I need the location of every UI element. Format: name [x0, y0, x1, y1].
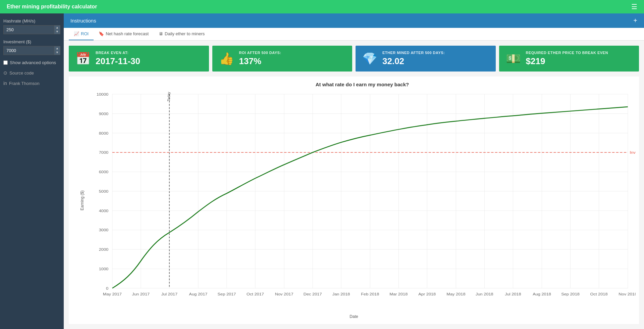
author-label: Frank Thomson: [9, 81, 40, 86]
investment-up-button[interactable]: ▲: [54, 46, 60, 51]
svg-text:7000: 7000: [99, 150, 109, 155]
instructions-label: Instructions: [70, 18, 96, 23]
diamond-icon: 💎: [362, 52, 377, 66]
hashrate-spinners: ▲ ▼: [54, 25, 60, 34]
hashrate-input[interactable]: [3, 25, 54, 34]
breakeven-label: BREAK EVEN AT:: [96, 51, 140, 55]
daily-tab-icon: 🖥: [159, 31, 163, 36]
investment-label: Investment ($): [3, 39, 60, 44]
money-icon: 💵: [506, 52, 521, 66]
required-price-value: $219: [526, 56, 608, 66]
svg-text:Today: Today: [167, 92, 171, 101]
source-code-label: Source code: [9, 70, 34, 76]
investment-input[interactable]: [3, 46, 54, 55]
svg-text:3000: 3000: [99, 228, 109, 232]
source-code-link[interactable]: ⊙ Source code: [3, 70, 60, 76]
main-layout: Hashrate (MH/s) ▲ ▼ Investment ($) ▲ ▼: [0, 13, 644, 329]
stat-breakeven: 📅 BREAK EVEN AT: 2017-11-30: [69, 46, 209, 72]
advanced-options-toggle[interactable]: Show advanced options: [3, 60, 60, 65]
chart-svg: .grid-line { stroke: #ddd; stroke-width:…: [89, 91, 636, 306]
chart-title: At what rate do I earn my money back?: [89, 82, 636, 87]
svg-text:Oct 2018: Oct 2018: [590, 292, 608, 296]
author-link[interactable]: in Frank Thomson: [3, 81, 60, 86]
investment-down-button[interactable]: ▼: [54, 51, 60, 55]
advanced-options-label: Show advanced options: [10, 60, 56, 65]
svg-text:8000: 8000: [99, 131, 109, 135]
instructions-bar: Instructions +: [64, 13, 644, 28]
breakeven-value: 2017-11-30: [96, 56, 140, 66]
hashrate-field: Hashrate (MH/s) ▲ ▼: [3, 18, 60, 34]
svg-text:6000: 6000: [99, 170, 109, 174]
ether-mined-label: ETHER MINED AFTER 500 DAYS:: [382, 51, 445, 55]
stats-row: 📅 BREAK EVEN AT: 2017-11-30 👍 ROI AFTER …: [64, 41, 644, 77]
svg-text:Nov 2017: Nov 2017: [275, 292, 293, 296]
svg-text:Aug 2017: Aug 2017: [189, 292, 208, 296]
y-axis-label: Earning ($): [80, 190, 85, 210]
hamburger-icon[interactable]: ☰: [631, 3, 637, 11]
nethash-tab-label: Net hash rate forecast: [106, 31, 149, 36]
investment-spinners: ▲ ▼: [54, 46, 60, 55]
chart-container: At what rate do I earn my money back? Ea…: [69, 77, 639, 324]
hashrate-label: Hashrate (MH/s): [3, 18, 60, 23]
sidebar: Hashrate (MH/s) ▲ ▼ Investment ($) ▲ ▼: [0, 13, 64, 329]
svg-text:9000: 9000: [99, 111, 109, 116]
source-code-icon: ⊙: [3, 70, 7, 76]
svg-text:10000: 10000: [97, 92, 109, 96]
investment-field: Investment ($) ▲ ▼: [3, 39, 60, 55]
nethash-tab-icon: 🔖: [99, 31, 104, 36]
top-bar: Ether mining profitability calculator ☰: [0, 0, 644, 13]
investment-input-wrapper: ▲ ▼: [3, 46, 60, 55]
thumbsup-icon: 👍: [219, 52, 234, 66]
content-area: Instructions + 📈 ROI 🔖 Net hash rate for…: [64, 13, 644, 329]
svg-text:Mar 2018: Mar 2018: [389, 292, 408, 296]
hashrate-down-button[interactable]: ▼: [54, 30, 60, 34]
stat-roi: 👍 ROI AFTER 500 DAYS: 137%: [212, 46, 353, 72]
tabs-container: 📈 ROI 🔖 Net hash rate forecast 🖥 Daily e…: [64, 28, 644, 41]
required-price-label: REQUIRED ETHER PRICE TO BREAK EVEN: [526, 51, 608, 55]
roi-tab-icon: 📈: [74, 31, 79, 36]
hashrate-input-wrapper: ▲ ▼: [3, 25, 60, 34]
tab-roi[interactable]: 📈 ROI: [69, 28, 94, 40]
svg-text:Nov 2018: Nov 2018: [619, 292, 636, 296]
instructions-expand-button[interactable]: +: [633, 17, 637, 25]
svg-text:Jul 2018: Jul 2018: [505, 292, 521, 296]
svg-text:Jan 2018: Jan 2018: [332, 292, 350, 296]
svg-text:5000: 5000: [99, 189, 109, 193]
svg-text:Apr 2018: Apr 2018: [418, 292, 436, 296]
roi-label: ROI AFTER 500 DAYS:: [239, 51, 281, 55]
stat-required-price: 💵 REQUIRED ETHER PRICE TO BREAK EVEN $21…: [499, 46, 639, 72]
daily-tab-label: Daily ether to miners: [165, 31, 205, 36]
hashrate-up-button[interactable]: ▲: [54, 26, 60, 30]
svg-text:Feb 2018: Feb 2018: [361, 292, 379, 296]
svg-text:Dec 2017: Dec 2017: [304, 292, 322, 296]
svg-text:1000: 1000: [99, 267, 109, 271]
tab-nethash[interactable]: 🔖 Net hash rate forecast: [94, 28, 154, 40]
svg-text:Sep 2017: Sep 2017: [218, 292, 236, 296]
svg-text:Investment: Investment: [630, 150, 636, 155]
svg-text:2000: 2000: [99, 247, 109, 252]
svg-text:May 2018: May 2018: [446, 292, 465, 296]
svg-text:0: 0: [106, 286, 108, 290]
linkedin-icon: in: [3, 81, 7, 86]
ether-mined-value: 32.02: [382, 56, 445, 66]
svg-text:May 2017: May 2017: [103, 292, 122, 296]
svg-text:Jun 2018: Jun 2018: [476, 292, 493, 296]
svg-text:Aug 2018: Aug 2018: [533, 292, 551, 296]
calendar-icon: 📅: [75, 52, 91, 66]
app-title: Ether mining profitability calculator: [7, 4, 631, 10]
roi-value: 137%: [239, 56, 281, 66]
svg-text:Jun 2017: Jun 2017: [132, 292, 150, 296]
advanced-options-checkbox[interactable]: [3, 60, 8, 65]
svg-text:Oct 2017: Oct 2017: [247, 292, 264, 296]
tab-daily[interactable]: 🖥 Daily ether to miners: [154, 28, 210, 40]
svg-text:Jul 2017: Jul 2017: [161, 292, 178, 296]
x-axis-label: Date: [350, 314, 358, 319]
stat-ether-mined: 💎 ETHER MINED AFTER 500 DAYS: 32.02: [356, 46, 496, 72]
svg-text:4000: 4000: [99, 208, 109, 213]
svg-text:Sep 2018: Sep 2018: [561, 292, 580, 296]
roi-tab-label: ROI: [81, 31, 89, 36]
